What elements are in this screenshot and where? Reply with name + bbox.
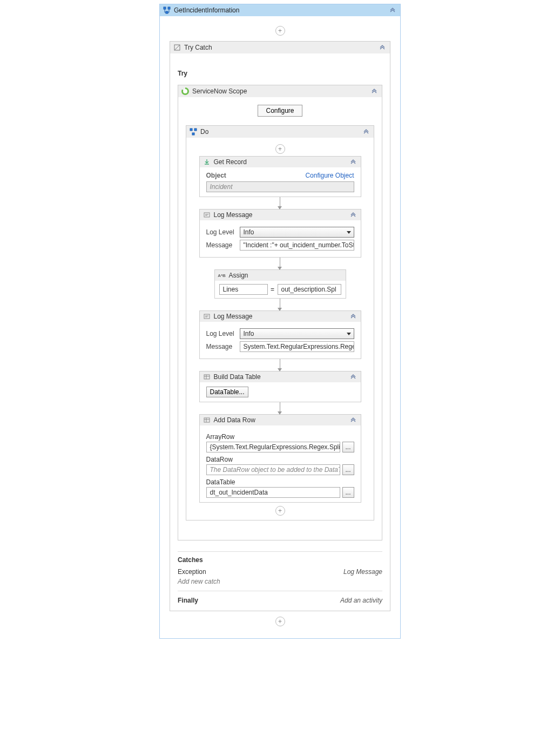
build-datatable-activity: Build Data Table DataTable... bbox=[199, 371, 361, 402]
build-datatable-title: Build Data Table bbox=[214, 373, 346, 381]
download-icon bbox=[203, 158, 211, 166]
equals-icon: = bbox=[270, 286, 275, 293]
assign-value-input[interactable]: out_description.Spl bbox=[278, 284, 341, 295]
log-message-1-title: Log Message bbox=[214, 211, 346, 219]
add-activity-bottom[interactable]: + bbox=[275, 617, 285, 626]
add-activity-top[interactable]: + bbox=[275, 26, 285, 36]
workflow-root: GetIncidentInformation + Try Catch Try bbox=[159, 4, 401, 639]
finally-row: Finally Add an activity bbox=[178, 596, 382, 605]
sequence-icon bbox=[190, 128, 197, 136]
get-record-activity: Get Record Object Configure Obje bbox=[199, 156, 361, 197]
log2-level-label: Log Level bbox=[206, 330, 235, 337]
add-activity-do-top[interactable]: + bbox=[275, 144, 285, 154]
finally-add-activity[interactable]: Add an activity bbox=[340, 597, 382, 604]
collapse-adr-icon[interactable] bbox=[349, 416, 357, 424]
do-title: Do bbox=[200, 128, 359, 136]
collapse-bdt-icon[interactable] bbox=[349, 373, 357, 381]
root-header[interactable]: GetIncidentInformation bbox=[160, 4, 400, 16]
connector-arrow-icon bbox=[280, 197, 281, 209]
svg-rect-9 bbox=[204, 375, 210, 379]
collapse-log2-icon[interactable] bbox=[349, 312, 357, 321]
datatable-icon bbox=[203, 373, 211, 381]
catch-type: Exception bbox=[178, 568, 206, 576]
flowchart-icon bbox=[163, 6, 171, 14]
catch-handler: Log Message bbox=[343, 568, 382, 576]
trycatch-icon bbox=[173, 44, 181, 51]
arrayrow-browse-button[interactable]: ... bbox=[342, 442, 354, 452]
log-message-1-header[interactable]: Log Message bbox=[200, 209, 361, 220]
connector-arrow-icon bbox=[280, 299, 281, 310]
datarow-browse-button[interactable]: ... bbox=[342, 464, 354, 475]
object-value: Incident bbox=[206, 181, 354, 192]
svg-rect-4 bbox=[190, 129, 192, 131]
connector-arrow-icon bbox=[280, 359, 281, 371]
add-datarow-body: ArrayRow {System.Text.RegularExpressions… bbox=[200, 425, 361, 502]
add-activity-do-bottom[interactable]: + bbox=[275, 506, 285, 516]
arrayrow-label: ArrayRow bbox=[206, 433, 354, 441]
datarow-input[interactable]: The DataRow object to be added to the Da… bbox=[206, 464, 340, 475]
scope-body: Configure Do bbox=[178, 97, 382, 540]
configure-button[interactable]: Configure bbox=[258, 105, 302, 117]
add-datarow-header[interactable]: Add Data Row bbox=[200, 415, 361, 425]
do-sequence: Do + bbox=[186, 125, 374, 521]
add-new-catch[interactable]: Add new catch bbox=[178, 577, 382, 586]
log-message-2-activity: Log Message Log Level Info bbox=[199, 310, 361, 359]
catches-label: Catches bbox=[178, 556, 382, 564]
log1-level-select[interactable]: Info bbox=[240, 227, 354, 238]
svg-rect-1 bbox=[168, 7, 170, 9]
root-title: GetIncidentInformation bbox=[174, 6, 385, 14]
collapse-do-icon[interactable] bbox=[362, 127, 370, 136]
divider bbox=[178, 591, 382, 591]
connector-arrow-icon bbox=[280, 402, 281, 414]
svg-rect-10 bbox=[204, 418, 210, 422]
assign-body: Lines = out_description.Spl bbox=[215, 281, 346, 298]
build-datatable-header[interactable]: Build Data Table bbox=[200, 371, 361, 382]
do-header[interactable]: Do bbox=[186, 126, 374, 138]
try-section-label: Try bbox=[178, 70, 382, 77]
log2-level-select[interactable]: Info bbox=[240, 328, 354, 339]
add-datarow-title: Add Data Row bbox=[214, 416, 346, 424]
catch-row[interactable]: Exception Log Message bbox=[178, 567, 382, 577]
do-body: + Get Record bbox=[186, 138, 374, 520]
collapse-scope-icon[interactable] bbox=[370, 87, 379, 96]
log2-message-label: Message bbox=[206, 343, 235, 350]
get-record-title: Get Record bbox=[214, 158, 346, 166]
get-record-header[interactable]: Get Record bbox=[200, 157, 361, 167]
datatable-icon bbox=[203, 416, 211, 424]
object-label: Object bbox=[206, 172, 226, 179]
log-message-2-title: Log Message bbox=[214, 313, 346, 320]
log1-level-label: Log Level bbox=[206, 228, 235, 236]
scope-header[interactable]: ServiceNow Scope bbox=[178, 85, 382, 97]
try-catch-body: Try ServiceNow Scope Configure bbox=[170, 53, 390, 611]
log-icon bbox=[203, 313, 211, 320]
log-message-2-header[interactable]: Log Message bbox=[200, 311, 361, 322]
add-datarow-activity: Add Data Row ArrayRow {System.Text bbox=[199, 414, 361, 503]
log-icon bbox=[203, 211, 211, 219]
svg-rect-7 bbox=[204, 213, 210, 217]
servicenow-icon bbox=[181, 87, 189, 95]
log-message-2-body: Log Level Info Message System.Text.Regul… bbox=[200, 322, 361, 359]
collapse-trycatch-icon[interactable] bbox=[378, 43, 387, 52]
get-record-body: Object Configure Object Incident bbox=[200, 167, 361, 197]
collapse-log1-icon[interactable] bbox=[349, 211, 357, 219]
root-body: + Try Catch Try ServiceNow Scope bbox=[160, 16, 400, 638]
assign-title: Assign bbox=[229, 272, 342, 279]
datatable-browse-button[interactable]: ... bbox=[342, 487, 354, 498]
configure-object-link[interactable]: Configure Object bbox=[305, 172, 354, 179]
log1-message-input[interactable]: "Incident :"+ out_incident_number.ToStri… bbox=[240, 240, 354, 251]
collapse-root-icon[interactable] bbox=[388, 6, 397, 15]
log1-message-label: Message bbox=[206, 241, 235, 249]
log-message-1-activity: Log Message Log Level Info bbox=[199, 209, 361, 258]
assign-to-input[interactable]: Lines bbox=[219, 284, 268, 295]
connector-arrow-icon bbox=[280, 258, 281, 269]
try-catch-title: Try Catch bbox=[184, 44, 375, 51]
arrayrow-input[interactable]: {System.Text.RegularExpressions.Regex.Sp… bbox=[206, 442, 340, 452]
collapse-getrecord-icon[interactable] bbox=[349, 158, 357, 166]
build-datatable-body: DataTable... bbox=[200, 382, 361, 402]
assign-header[interactable]: A*B Assign bbox=[215, 270, 346, 281]
try-catch-header[interactable]: Try Catch bbox=[170, 42, 390, 53]
scope-title: ServiceNow Scope bbox=[192, 87, 367, 95]
datatable-button[interactable]: DataTable... bbox=[206, 387, 248, 397]
log2-message-input[interactable]: System.Text.RegularExpressions.Regex.Spl… bbox=[240, 341, 354, 352]
datatable-input[interactable]: dt_out_IncidentData bbox=[206, 487, 340, 498]
